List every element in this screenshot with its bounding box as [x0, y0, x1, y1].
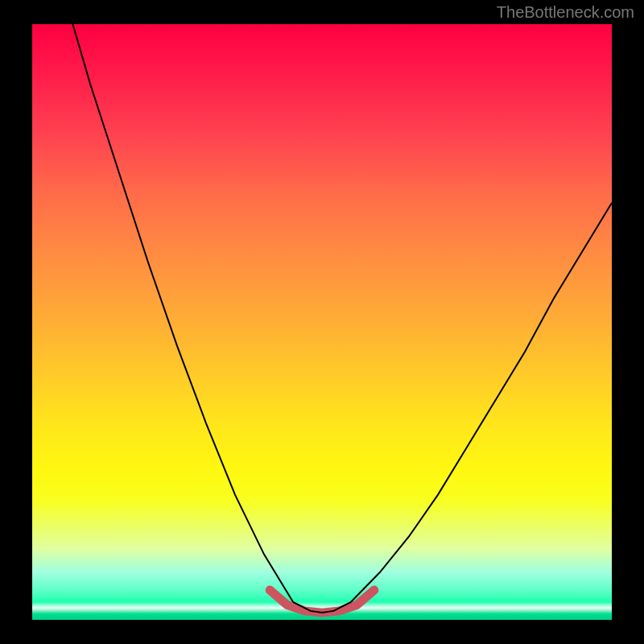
chart-container: TheBottleneck.com	[0, 0, 644, 644]
left-curve-path	[72, 24, 293, 602]
right-curve-path	[351, 203, 612, 602]
chart-svg	[32, 24, 612, 620]
watermark-text: TheBottleneck.com	[497, 3, 634, 22]
plot-area	[32, 24, 612, 620]
